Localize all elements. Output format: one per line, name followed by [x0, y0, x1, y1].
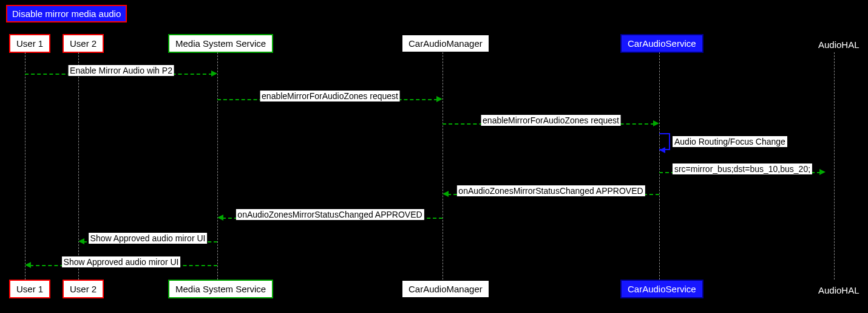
arrow-head-icon	[211, 71, 217, 77]
participant-car-audio-mgr-bottom: CarAudioManager	[401, 280, 490, 298]
arrow-head-icon	[436, 96, 442, 102]
participant-audio-hal-top: AudioHAL	[812, 36, 866, 53]
arrow-head-icon	[819, 169, 826, 175]
lifeline-car-audio-svc	[659, 52, 660, 280]
arrow-head-icon	[442, 191, 449, 197]
arrow-head-icon	[217, 215, 223, 221]
message-label: enableMirrorForAudioZones request	[260, 91, 400, 101]
message-label: enableMirrorForAudioZones request	[481, 115, 621, 126]
lifeline-car-audio-mgr	[442, 52, 443, 280]
arrow-head-icon	[659, 147, 665, 153]
participant-car-audio-mgr-top: CarAudioManager	[401, 34, 490, 53]
lifeline-user2	[78, 52, 79, 280]
participant-user2-top: User 2	[63, 34, 104, 53]
participant-media-system-top: Media System Service	[168, 34, 273, 53]
arrow-head-icon	[78, 238, 84, 244]
message-label: onAudioZonesMirrorStatusChanged APPROVED	[236, 209, 424, 220]
lifeline-audio-hal	[834, 52, 835, 280]
participant-audio-hal-bottom: AudioHAL	[812, 282, 866, 298]
participant-user1-bottom: User 1	[9, 280, 50, 298]
arrow-head-icon	[653, 120, 659, 126]
message-label: Enable Mirror Audio wih P2	[68, 65, 174, 76]
participant-user2-bottom: User 2	[63, 280, 104, 298]
lifeline-user1	[25, 52, 25, 280]
message-label: src=mirror_bus;dst=bus_10,bus_20;	[673, 163, 812, 174]
arrow-head-icon	[25, 262, 31, 268]
lifeline-media-system	[217, 52, 218, 280]
message-label: Show Approved audio miror UI	[89, 233, 208, 244]
participant-user1-top: User 1	[9, 34, 50, 53]
message-label: onAudioZonesMirrorStatusChanged APPROVED	[456, 185, 645, 196]
diagram-title: Disable mirror media audio	[6, 5, 127, 22]
message-label: Audio Routing/Focus Change	[673, 136, 787, 147]
participant-car-audio-svc-top: CarAudioService	[620, 34, 704, 53]
message-label: Show Approved audio miror UI	[62, 256, 181, 267]
participant-car-audio-svc-bottom: CarAudioService	[620, 280, 704, 298]
participant-media-system-bottom: Media System Service	[168, 280, 273, 298]
